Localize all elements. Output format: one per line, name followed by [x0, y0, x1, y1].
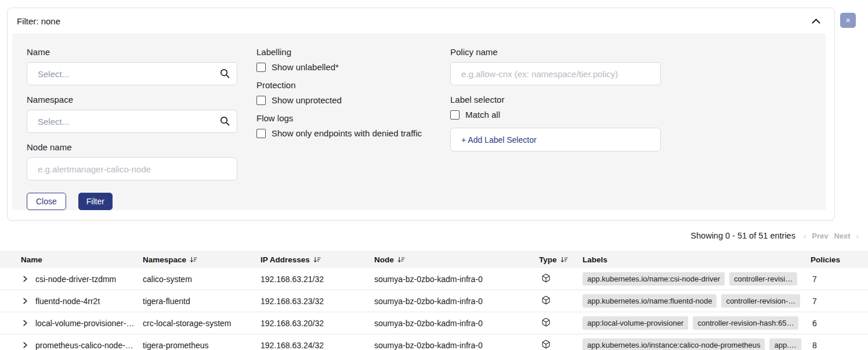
label-chip: app.kubernetes.io/name:fluentd-node — [583, 294, 717, 308]
labels-cell: app.kubernetes.io/name:fluentd-nodecontr… — [583, 294, 811, 308]
sort-icon — [313, 256, 321, 264]
namespace-field-label: Namespace — [27, 95, 237, 104]
denied-traffic-label: Show only endpoints with denied traffic — [272, 128, 422, 138]
column-header-node[interactable]: Node — [374, 255, 539, 264]
dismiss-filter-panel-button[interactable]: × — [840, 13, 856, 28]
add-label-selector-button[interactable]: + Add Label Selector — [450, 128, 661, 151]
labels-cell: app.kubernetes.io/name:csi-node-driverco… — [583, 272, 811, 286]
pod-cube-icon — [541, 340, 551, 349]
flow-logs-section-label: Flow logs — [256, 113, 450, 123]
label-chip: controller-revisi… — [729, 272, 797, 286]
column-header-label: Node — [374, 255, 394, 264]
filter-panel: Filter: none Name Namespace Node name — [7, 8, 835, 221]
filter-button[interactable]: Filter — [78, 193, 113, 210]
match-all-checkbox-row[interactable]: Match all — [450, 110, 661, 120]
expand-row-button[interactable] — [21, 275, 30, 283]
next-chevron-icon[interactable]: › — [856, 232, 859, 240]
node-name-field-label: Node name — [27, 142, 237, 152]
type-cell — [539, 317, 583, 329]
column-header-namespace[interactable]: Namespace — [143, 255, 261, 264]
search-icon — [219, 116, 230, 129]
labelling-section-label: Labelling — [256, 47, 450, 57]
policies-count: 6 — [811, 319, 868, 328]
column-header-label: Policies — [811, 255, 840, 264]
label-chip: app.kubernetes.io/name:csi-node-driver — [583, 272, 725, 286]
chevron-right-icon — [22, 276, 28, 282]
show-unlabelled-checkbox[interactable] — [256, 63, 266, 72]
node-cell: soumya-bz-0zbo-kadm-infra-0 — [374, 341, 539, 350]
pod-cube-icon — [541, 273, 551, 283]
type-cell — [539, 340, 583, 350]
column-header-label: IP Addresses — [261, 255, 310, 264]
close-button[interactable]: Close — [27, 193, 66, 210]
namespace-cell: crc-local-storage-system — [143, 319, 261, 328]
pagination-bar: Showing 0 - 51 of 51 entries ‹ Prev Next… — [690, 231, 859, 240]
sort-icon — [397, 256, 405, 264]
column-header-label: Name — [21, 255, 42, 264]
denied-traffic-checkbox[interactable] — [256, 129, 266, 138]
chevron-up-icon — [812, 19, 820, 24]
filter-form: Name Namespace Node name Close Filter — [12, 33, 826, 210]
prev-page-link[interactable]: Prev — [812, 232, 828, 240]
column-header-labels: Labels — [583, 255, 811, 264]
ip-addresses-cell: 192.168.63.21/32 — [261, 275, 374, 284]
search-icon — [219, 68, 230, 81]
labels-cell: app:local-volume-provisionercontroller-r… — [583, 316, 811, 330]
name-cell: local-volume-provisioner-… — [21, 319, 143, 328]
chevron-right-icon — [22, 298, 28, 304]
expand-row-button[interactable] — [21, 341, 30, 349]
expand-row-button[interactable] — [21, 297, 30, 305]
show-unlabelled-checkbox-row[interactable]: Show unlabelled* — [256, 62, 450, 72]
namespace-select-input[interactable] — [27, 110, 237, 133]
next-page-link[interactable]: Next — [834, 232, 850, 240]
entries-summary: Showing 0 - 51 of 51 entries — [690, 231, 795, 240]
node-cell: soumya-bz-0zbo-kadm-infra-0 — [374, 319, 539, 328]
endpoint-name: prometheus-calico-node-… — [35, 341, 133, 350]
label-chip: controller-revision-… — [721, 294, 800, 308]
table-row: local-volume-provisioner-…crc-local-stor… — [0, 312, 868, 334]
column-header-name: Name — [21, 255, 143, 264]
column-header-type[interactable]: Type — [539, 255, 583, 264]
table-row: csi-node-driver-tzdmmcalico-system192.16… — [0, 268, 868, 290]
show-unprotected-label: Show unprotected — [272, 95, 342, 105]
column-header-policies: Policies — [811, 255, 868, 264]
denied-traffic-checkbox-row[interactable]: Show only endpoints with denied traffic — [256, 128, 450, 138]
column-header-label: Type — [539, 255, 557, 264]
show-unprotected-checkbox-row[interactable]: Show unprotected — [256, 95, 450, 105]
collapse-panel-button[interactable] — [811, 17, 822, 25]
labels-cell: app.kubernetes.io/instance:calico-node-p… — [583, 338, 811, 350]
prev-chevron-icon[interactable]: ‹ — [804, 232, 806, 240]
namespace-cell: calico-system — [143, 275, 261, 284]
endpoints-table: NameNamespaceIP AddressesNodeTypeLabelsP… — [0, 251, 868, 350]
label-chip: app:local-volume-provisioner — [583, 316, 688, 330]
column-header-ip-addresses[interactable]: IP Addresses — [261, 255, 374, 264]
namespace-cell: tigera-prometheus — [143, 341, 261, 350]
table-header-row: NameNamespaceIP AddressesNodeTypeLabelsP… — [0, 251, 868, 268]
endpoint-name: local-volume-provisioner-… — [35, 319, 134, 328]
policy-name-field-label: Policy name — [450, 47, 661, 57]
column-header-label: Labels — [583, 255, 607, 264]
label-chip: app.… — [769, 338, 801, 350]
show-unprotected-checkbox[interactable] — [256, 96, 266, 105]
node-cell: soumya-bz-0zbo-kadm-infra-0 — [374, 297, 539, 306]
filter-panel-title: Filter: none — [17, 16, 60, 26]
node-cell: soumya-bz-0zbo-kadm-infra-0 — [374, 275, 539, 284]
type-cell — [539, 273, 583, 284]
policies-count: 7 — [811, 275, 868, 284]
name-cell: fluentd-node-4rr2t — [21, 297, 143, 306]
name-field-label: Name — [27, 47, 237, 57]
node-name-input[interactable] — [27, 157, 237, 181]
type-cell — [539, 295, 583, 306]
close-icon: × — [845, 16, 850, 24]
match-all-checkbox[interactable] — [450, 110, 460, 120]
policies-count: 8 — [811, 341, 868, 350]
expand-row-button[interactable] — [21, 319, 30, 327]
namespace-cell: tigera-fluentd — [143, 297, 261, 306]
label-chip: controller-revision-hash:65… — [693, 316, 798, 330]
policy-name-input[interactable] — [450, 62, 661, 85]
chevron-right-icon — [22, 342, 28, 348]
policies-count: 7 — [811, 297, 868, 306]
pod-cube-icon — [541, 295, 551, 305]
name-select-input[interactable] — [27, 62, 237, 85]
endpoint-name: fluentd-node-4rr2t — [35, 297, 100, 306]
